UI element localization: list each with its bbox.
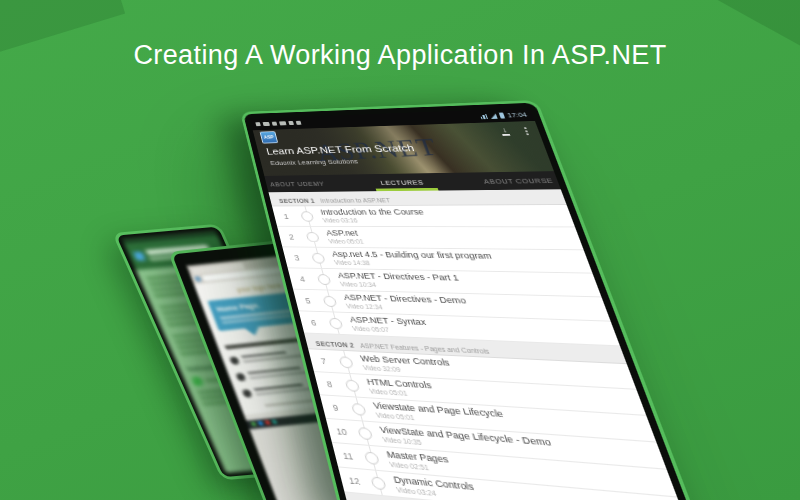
lecture-number: 11: [334, 449, 362, 461]
back-icon: [194, 276, 202, 282]
lecture-duration: Video 14:38: [334, 259, 496, 269]
download-icon[interactable]: ↓: [500, 127, 511, 135]
progress-circle-icon: [328, 317, 343, 329]
lecture-title: Introduction to the Course: [320, 207, 425, 216]
progress-circle-icon: [344, 379, 360, 391]
headline: Creating A Working Application In ASP.NE…: [0, 40, 800, 71]
tab-about-course[interactable]: ABOUT COURSE: [483, 177, 554, 184]
wifi-icon: [489, 113, 497, 118]
progress-circle-icon: [364, 451, 380, 465]
battery-icon: [499, 112, 505, 118]
progress-circle-icon: [317, 274, 332, 285]
progress-circle-icon: [338, 356, 354, 368]
progress-circle-icon: [351, 403, 367, 416]
lecture-row[interactable]: 1Introduction to the CourseVideo 03:16: [272, 205, 575, 227]
lecture-number: 6: [300, 317, 327, 327]
overflow-menu-icon[interactable]: [524, 127, 527, 129]
lecture-number: 2: [279, 232, 304, 241]
eduonix-logo-icon: [190, 376, 204, 387]
suggest-text-placeholder: [225, 338, 301, 349]
progress-circle-icon: [311, 252, 326, 263]
progress-circle-icon: [322, 295, 337, 306]
lecture-number: 3: [284, 253, 310, 262]
lecture-number: 1: [273, 212, 298, 221]
app-icon: ASP: [260, 131, 279, 143]
tab-about-udemy[interactable]: ABOUT UDEMY: [269, 180, 325, 187]
lecture-list: SECTION 1Introduction to ASP.NET1Introdu…: [268, 189, 696, 500]
lecture-number: 4: [289, 274, 315, 283]
progress-circle-icon: [305, 231, 320, 241]
tab-lectures[interactable]: LECTURES: [380, 179, 424, 186]
progress-circle-icon: [370, 476, 387, 490]
promo-canvas: Creating A Working Application In ASP.NE…: [0, 0, 800, 500]
progress-circle-icon: [357, 427, 373, 440]
clock: 17:04: [506, 112, 528, 119]
lecture-number: 8: [316, 378, 343, 389]
lecture-number: 12: [340, 474, 369, 487]
app-icon: [133, 251, 146, 260]
lecture-duration: Video 05:01: [328, 238, 365, 245]
notification-icons: [255, 121, 301, 127]
lecture-title: ASP.net: [325, 229, 362, 238]
signal-icon: [479, 114, 488, 119]
progress-circle-icon: [300, 211, 314, 221]
lecture-number: 5: [295, 295, 321, 305]
banner-notch: [245, 327, 262, 336]
lecture-number: 7: [310, 355, 337, 366]
course-header: ASP.NET ASP Learn ASP.NET From Scratch E…: [253, 121, 554, 176]
lecture-duration: Video 03:16: [322, 217, 427, 224]
lecture-duration: Video 10:34: [339, 281, 462, 291]
lecture-number: 9: [322, 402, 350, 414]
section-header: SECTION 1Introduction to ASP.NET: [268, 189, 566, 206]
lecture-number: 10: [328, 425, 356, 437]
